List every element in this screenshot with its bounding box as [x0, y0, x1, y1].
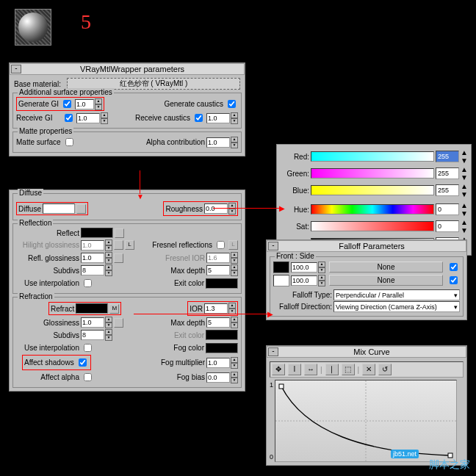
affect-shadows-check[interactable] [79, 358, 87, 367]
curve-tool-2[interactable]: ↔ [304, 364, 317, 375]
collapse-button[interactable]: - [268, 242, 278, 250]
reflect-swatch[interactable] [81, 228, 113, 238]
curve-tool-3[interactable]: ∣ [325, 364, 339, 375]
refr-gloss-label: Glossiness [16, 319, 79, 327]
sat-slider[interactable] [311, 221, 434, 231]
falloff-map-a-check[interactable] [450, 263, 458, 271]
svg-rect-2 [279, 384, 284, 389]
reflect-label: Reflect [16, 229, 79, 237]
refract-map-button[interactable]: M [109, 304, 119, 314]
generate-gi-check[interactable] [63, 100, 71, 108]
green-input[interactable] [436, 167, 459, 179]
diffuse-swatch[interactable] [43, 203, 75, 214]
lock-button[interactable]: L [125, 240, 134, 250]
fresnel-ior-spinner[interactable]: ▲▼ [206, 252, 238, 264]
generate-gi-spinner[interactable]: ▲▼ [75, 98, 102, 110]
mixcurve-graph[interactable] [275, 380, 457, 462]
refr-interp-label: Use interpolation [16, 344, 79, 352]
green-slider[interactable] [311, 168, 434, 178]
front-side-group: Front : Side ▲▼None ▲▼None Falloff Type:… [270, 256, 464, 317]
refract-label: Refract [51, 305, 74, 313]
generate-gi-label: Generate GI [18, 100, 59, 108]
fresnel-refl-label: Fresnel reflections [152, 241, 212, 249]
generate-caustics-check[interactable] [228, 100, 236, 108]
refract-swatch[interactable] [76, 303, 108, 314]
fog-color-swatch[interactable] [206, 343, 238, 353]
refl-interp-check[interactable] [84, 279, 92, 287]
collapse-button[interactable]: - [11, 65, 21, 73]
fresnel-l-button[interactable]: L [228, 240, 238, 250]
receive-caustics-spinner[interactable]: ▲▼ [206, 112, 238, 124]
curve-tool-6[interactable]: ↺ [378, 364, 392, 375]
matte-surface-check[interactable] [65, 138, 73, 146]
falloff-type-label: Falloff Type: [273, 291, 332, 299]
blue-input[interactable] [436, 184, 459, 196]
diffuse-map-button[interactable] [76, 204, 86, 214]
refl-exit-swatch[interactable] [206, 278, 238, 289]
wrapper-panel: - VRayMtlWrapper parameters Base materia… [9, 62, 245, 156]
refl-maxdepth-spinner[interactable]: ▲▼ [206, 264, 238, 276]
falloff-spin-b[interactable]: ▲▼ [291, 275, 325, 286]
red-slider[interactable] [311, 151, 434, 162]
falloff-color-b[interactable] [273, 275, 289, 286]
sat-input[interactable] [436, 220, 459, 232]
falloff-map-a[interactable]: None [329, 262, 443, 273]
fog-mult-spinner[interactable]: ▲▼ [206, 357, 238, 369]
curve-tool-5[interactable]: ✕ [362, 364, 375, 375]
refl-gloss-spinner[interactable]: ▲▼ [81, 252, 112, 264]
curve-tool-1[interactable]: I [288, 364, 301, 375]
collapse-button[interactable]: - [268, 347, 278, 356]
refl-subdivs-spinner[interactable]: ▲▼ [81, 264, 112, 276]
mixcurve-toolbar: ✥I↔|∣⬚|✕↺ [270, 361, 464, 378]
roughness-spinner[interactable]: ▲▼ [204, 203, 236, 214]
falloff-color-a[interactable] [273, 262, 289, 273]
refl-gloss-map-button[interactable] [114, 253, 123, 263]
ior-spinner[interactable]: ▲▼ [204, 303, 236, 314]
refl-subdivs-label: Subdivs [16, 267, 79, 275]
hilight-map-button[interactable] [114, 240, 123, 250]
watermark-logo: jb51.net [391, 450, 419, 458]
fresnel-refl-check[interactable] [217, 241, 225, 249]
blue-slider[interactable] [311, 185, 434, 195]
falloff-type-select[interactable]: Perpendicular / Parallel▾ [333, 289, 460, 300]
arrow-head-icon: ▶ [279, 204, 285, 212]
fog-bias-spinner[interactable]: ▲▼ [206, 372, 238, 383]
falloff-map-b-check[interactable] [450, 276, 458, 284]
refr-gloss-map-button[interactable] [114, 318, 123, 328]
receive-gi-spinner[interactable]: ▲▼ [76, 112, 108, 124]
hue-input[interactable] [436, 203, 459, 215]
fog-color-label: Fog color [173, 344, 204, 352]
falloff-dir-select[interactable]: Viewing Direction (Camera Z-Axis)▾ [333, 301, 460, 312]
wrapper-titlebar: - VRayMtlWrapper parameters [10, 63, 245, 75]
refr-gloss-spinner[interactable]: ▲▼ [81, 317, 112, 328]
refr-exit-swatch[interactable] [206, 330, 238, 340]
refr-maxdepth-spinner[interactable]: ▲▼ [206, 317, 238, 328]
receive-caustics-check[interactable] [195, 114, 203, 122]
base-material-label: Base material: [14, 80, 61, 88]
step-number: 5 [81, 10, 91, 34]
falloff-spin-a[interactable]: ▲▼ [291, 262, 325, 273]
refr-exit-label: Exit color [174, 331, 204, 339]
refr-subdivs-spinner[interactable]: ▲▼ [81, 329, 112, 341]
svg-rect-3 [448, 453, 452, 458]
curve-tool-4[interactable]: ⬚ [342, 364, 355, 375]
receive-gi-check[interactable] [65, 114, 73, 122]
falloff-map-b[interactable]: None [329, 275, 443, 286]
reflection-group-label: Reflection [18, 219, 53, 227]
mixcurve-panel: -Mix Curve ✥I↔|∣⬚|✕↺ 10 [266, 345, 467, 466]
hue-slider[interactable] [311, 204, 434, 214]
affect-shadows-label: Affect shadows [24, 358, 74, 367]
alpha-contrib-spinner[interactable]: ▲▼ [206, 137, 238, 148]
green-label: Green: [280, 170, 309, 178]
hilight-spinner[interactable]: ▲▼ [81, 239, 112, 251]
receive-gi-label: Receive GI [16, 114, 60, 122]
curve-tool-0[interactable]: ✥ [272, 364, 285, 375]
affect-alpha-check[interactable] [84, 373, 92, 381]
red-input[interactable] [436, 151, 459, 162]
wrapper-title: VRayMtlWrapper parameters [21, 65, 243, 73]
watermark-text: 脚本之家 [429, 458, 470, 472]
reflect-map-button[interactable] [115, 228, 124, 238]
reflection-group: Reflection Reflect Hilight glossiness▲▼L… [12, 223, 242, 294]
refr-interp-check[interactable] [84, 344, 92, 352]
red-label: Red: [280, 153, 309, 161]
